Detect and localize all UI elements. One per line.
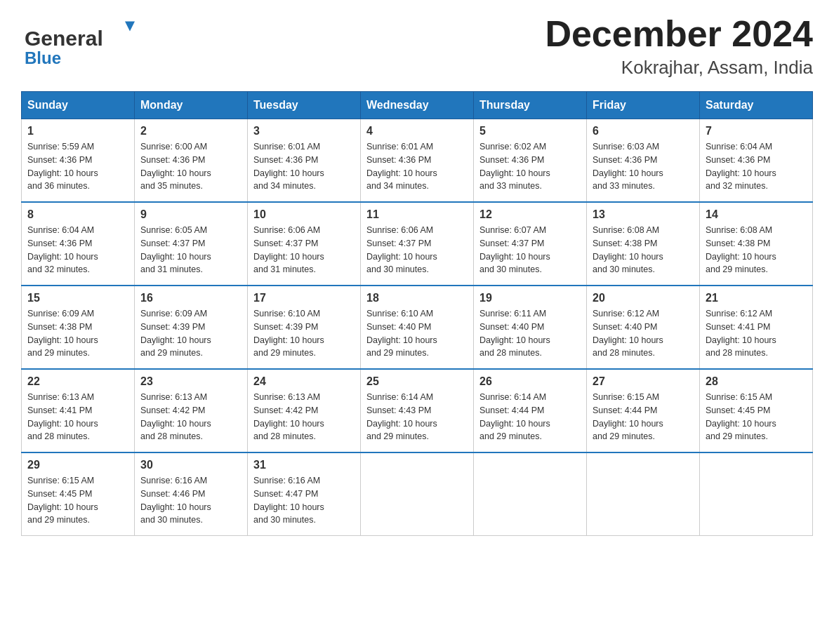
calendar-cell: 3 Sunrise: 6:01 AMSunset: 4:36 PMDayligh… bbox=[248, 119, 361, 203]
calendar-cell: 15 Sunrise: 6:09 AMSunset: 4:38 PMDaylig… bbox=[22, 286, 135, 369]
calendar-cell: 21 Sunrise: 6:12 AMSunset: 4:41 PMDaylig… bbox=[700, 286, 813, 369]
day-info: Sunrise: 5:59 AMSunset: 4:36 PMDaylight:… bbox=[27, 140, 128, 193]
calendar-cell: 8 Sunrise: 6:04 AMSunset: 4:36 PMDayligh… bbox=[22, 202, 135, 286]
day-info: Sunrise: 6:10 AMSunset: 4:40 PMDaylight:… bbox=[366, 307, 468, 360]
week-row-4: 22 Sunrise: 6:13 AMSunset: 4:41 PMDaylig… bbox=[22, 369, 813, 452]
day-number: 2 bbox=[140, 125, 241, 137]
calendar-cell: 11 Sunrise: 6:06 AMSunset: 4:37 PMDaylig… bbox=[361, 202, 474, 286]
calendar-cell: 4 Sunrise: 6:01 AMSunset: 4:36 PMDayligh… bbox=[361, 119, 474, 203]
day-number: 30 bbox=[140, 459, 241, 471]
day-number: 15 bbox=[27, 292, 128, 304]
calendar-cell: 2 Sunrise: 6:00 AMSunset: 4:36 PMDayligh… bbox=[135, 119, 248, 203]
logo: General Blue bbox=[21, 14, 154, 70]
day-info: Sunrise: 6:09 AMSunset: 4:38 PMDaylight:… bbox=[27, 307, 128, 360]
day-info: Sunrise: 6:14 AMSunset: 4:43 PMDaylight:… bbox=[366, 391, 468, 443]
day-number: 24 bbox=[253, 375, 355, 388]
calendar-cell: 10 Sunrise: 6:06 AMSunset: 4:37 PMDaylig… bbox=[248, 202, 361, 286]
day-number: 13 bbox=[593, 208, 694, 221]
day-info: Sunrise: 6:13 AMSunset: 4:42 PMDaylight:… bbox=[140, 391, 241, 443]
calendar-cell: 26 Sunrise: 6:14 AMSunset: 4:44 PMDaylig… bbox=[474, 369, 587, 452]
day-number: 12 bbox=[479, 208, 581, 221]
calendar-cell: 1 Sunrise: 5:59 AMSunset: 4:36 PMDayligh… bbox=[22, 119, 135, 203]
logo-svg: General Blue bbox=[21, 14, 154, 70]
day-info: Sunrise: 6:02 AMSunset: 4:36 PMDaylight:… bbox=[479, 140, 581, 193]
day-number: 25 bbox=[366, 375, 468, 388]
day-info: Sunrise: 6:08 AMSunset: 4:38 PMDaylight:… bbox=[593, 224, 694, 276]
day-number: 3 bbox=[253, 125, 355, 137]
calendar-cell: 16 Sunrise: 6:09 AMSunset: 4:39 PMDaylig… bbox=[135, 286, 248, 369]
title-block: December 2024 Kokrajhar, Assam, India bbox=[545, 14, 813, 79]
day-info: Sunrise: 6:12 AMSunset: 4:41 PMDaylight:… bbox=[706, 307, 807, 360]
svg-text:Blue: Blue bbox=[25, 48, 61, 67]
day-info: Sunrise: 6:15 AMSunset: 4:45 PMDaylight:… bbox=[706, 391, 807, 443]
day-number: 26 bbox=[479, 375, 581, 388]
week-row-1: 1 Sunrise: 5:59 AMSunset: 4:36 PMDayligh… bbox=[22, 119, 813, 203]
day-number: 16 bbox=[140, 292, 241, 304]
day-info: Sunrise: 6:16 AMSunset: 4:46 PMDaylight:… bbox=[140, 474, 241, 527]
calendar-cell: 19 Sunrise: 6:11 AMSunset: 4:40 PMDaylig… bbox=[474, 286, 587, 369]
day-info: Sunrise: 6:12 AMSunset: 4:40 PMDaylight:… bbox=[593, 307, 694, 360]
calendar-cell bbox=[361, 452, 474, 536]
day-number: 19 bbox=[479, 292, 581, 304]
day-info: Sunrise: 6:01 AMSunset: 4:36 PMDaylight:… bbox=[366, 140, 468, 193]
svg-marker-1 bbox=[125, 22, 135, 32]
calendar-cell bbox=[700, 452, 813, 536]
day-info: Sunrise: 6:13 AMSunset: 4:41 PMDaylight:… bbox=[27, 391, 128, 443]
day-number: 14 bbox=[706, 208, 807, 221]
day-number: 4 bbox=[366, 125, 468, 137]
header-sunday: Sunday bbox=[22, 92, 135, 119]
week-row-3: 15 Sunrise: 6:09 AMSunset: 4:38 PMDaylig… bbox=[22, 286, 813, 369]
day-number: 9 bbox=[140, 208, 241, 221]
calendar-cell: 18 Sunrise: 6:10 AMSunset: 4:40 PMDaylig… bbox=[361, 286, 474, 369]
calendar-cell: 6 Sunrise: 6:03 AMSunset: 4:36 PMDayligh… bbox=[587, 119, 700, 203]
day-number: 29 bbox=[27, 459, 128, 471]
calendar-cell: 22 Sunrise: 6:13 AMSunset: 4:41 PMDaylig… bbox=[22, 369, 135, 452]
header-wednesday: Wednesday bbox=[361, 92, 474, 119]
calendar-title: December 2024 bbox=[545, 14, 813, 54]
day-number: 11 bbox=[366, 208, 468, 221]
calendar-cell bbox=[474, 452, 587, 536]
calendar-header-row: SundayMondayTuesdayWednesdayThursdayFrid… bbox=[22, 92, 813, 119]
week-row-2: 8 Sunrise: 6:04 AMSunset: 4:36 PMDayligh… bbox=[22, 202, 813, 286]
day-info: Sunrise: 6:11 AMSunset: 4:40 PMDaylight:… bbox=[479, 307, 581, 360]
calendar-cell: 23 Sunrise: 6:13 AMSunset: 4:42 PMDaylig… bbox=[135, 369, 248, 452]
day-number: 7 bbox=[706, 125, 807, 137]
calendar-cell: 29 Sunrise: 6:15 AMSunset: 4:45 PMDaylig… bbox=[22, 452, 135, 536]
calendar-location: Kokrajhar, Assam, India bbox=[545, 57, 813, 79]
day-number: 23 bbox=[140, 375, 241, 388]
page-header: General Blue December 2024 Kokrajhar, As… bbox=[21, 14, 813, 79]
calendar-cell: 30 Sunrise: 6:16 AMSunset: 4:46 PMDaylig… bbox=[135, 452, 248, 536]
day-number: 20 bbox=[593, 292, 694, 304]
calendar-cell: 24 Sunrise: 6:13 AMSunset: 4:42 PMDaylig… bbox=[248, 369, 361, 452]
day-number: 18 bbox=[366, 292, 468, 304]
day-info: Sunrise: 6:04 AMSunset: 4:36 PMDaylight:… bbox=[706, 140, 807, 193]
day-number: 17 bbox=[253, 292, 355, 304]
calendar-cell: 9 Sunrise: 6:05 AMSunset: 4:37 PMDayligh… bbox=[135, 202, 248, 286]
calendar-table: SundayMondayTuesdayWednesdayThursdayFrid… bbox=[21, 91, 813, 536]
day-number: 8 bbox=[27, 208, 128, 221]
header-monday: Monday bbox=[135, 92, 248, 119]
day-number: 31 bbox=[253, 459, 355, 471]
day-number: 27 bbox=[593, 375, 694, 388]
day-info: Sunrise: 6:00 AMSunset: 4:36 PMDaylight:… bbox=[140, 140, 241, 193]
day-number: 1 bbox=[27, 125, 128, 137]
day-number: 28 bbox=[706, 375, 807, 388]
calendar-cell: 7 Sunrise: 6:04 AMSunset: 4:36 PMDayligh… bbox=[700, 119, 813, 203]
calendar-cell bbox=[587, 452, 700, 536]
day-info: Sunrise: 6:04 AMSunset: 4:36 PMDaylight:… bbox=[27, 224, 128, 276]
calendar-cell: 28 Sunrise: 6:15 AMSunset: 4:45 PMDaylig… bbox=[700, 369, 813, 452]
header-thursday: Thursday bbox=[474, 92, 587, 119]
calendar-cell: 17 Sunrise: 6:10 AMSunset: 4:39 PMDaylig… bbox=[248, 286, 361, 369]
day-info: Sunrise: 6:16 AMSunset: 4:47 PMDaylight:… bbox=[253, 474, 355, 527]
day-info: Sunrise: 6:15 AMSunset: 4:45 PMDaylight:… bbox=[27, 474, 128, 527]
day-number: 10 bbox=[253, 208, 355, 221]
header-tuesday: Tuesday bbox=[248, 92, 361, 119]
day-info: Sunrise: 6:01 AMSunset: 4:36 PMDaylight:… bbox=[253, 140, 355, 193]
day-number: 22 bbox=[27, 375, 128, 388]
day-info: Sunrise: 6:05 AMSunset: 4:37 PMDaylight:… bbox=[140, 224, 241, 276]
week-row-5: 29 Sunrise: 6:15 AMSunset: 4:45 PMDaylig… bbox=[22, 452, 813, 536]
calendar-cell: 25 Sunrise: 6:14 AMSunset: 4:43 PMDaylig… bbox=[361, 369, 474, 452]
calendar-cell: 31 Sunrise: 6:16 AMSunset: 4:47 PMDaylig… bbox=[248, 452, 361, 536]
day-info: Sunrise: 6:09 AMSunset: 4:39 PMDaylight:… bbox=[140, 307, 241, 360]
day-number: 5 bbox=[479, 125, 581, 137]
